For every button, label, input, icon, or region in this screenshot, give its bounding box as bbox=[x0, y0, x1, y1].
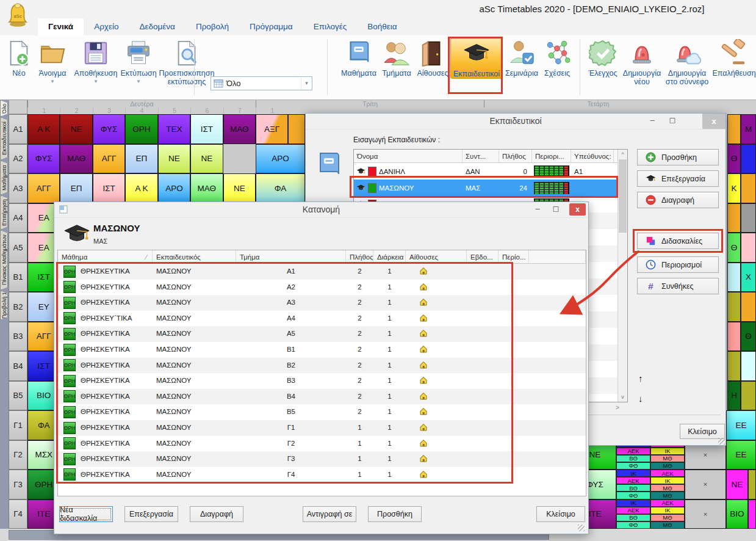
class-row-header-A4[interactable]: A4 bbox=[9, 203, 27, 233]
maximize-icon[interactable]: ◻ bbox=[547, 202, 565, 217]
timetable-cell[interactable]: ΑΡΟ bbox=[256, 144, 305, 174]
menu-item-6[interactable]: Βοήθεια bbox=[357, 18, 407, 35]
class-row-header-B3[interactable]: B3 bbox=[9, 322, 27, 352]
timetable-cell[interactable]: ΑΡΟ bbox=[158, 173, 190, 203]
timetable-cell[interactable] bbox=[727, 322, 741, 352]
lesson-row[interactable]: ΘΡΗΘΡΗΣΚΕΥΤΙΚΑΜΑΣΩΝΟΥB421 bbox=[58, 389, 586, 405]
minimize-icon[interactable]: – bbox=[528, 202, 547, 217]
lessons-column-header-4[interactable]: Διάρκεια bbox=[373, 250, 406, 264]
timetable-subcell[interactable]: ΜΘ bbox=[650, 514, 685, 521]
teachers-column-header-0[interactable]: Όνομα bbox=[354, 150, 463, 163]
timetable-subcell[interactable]: ΑΕΚ bbox=[650, 470, 685, 477]
scrollbar-thumb[interactable] bbox=[619, 159, 627, 233]
timetable-cell[interactable]: ΕΕ bbox=[726, 410, 756, 440]
lesson-row[interactable]: ΘΡΗΘΡΗΣΚΕΥΤΙΚΑΜΑΣΩΝΟΥB121 bbox=[58, 342, 586, 358]
close-icon[interactable]: x bbox=[569, 203, 586, 216]
timetable-cell[interactable]: ΙΣΤ bbox=[190, 114, 223, 144]
toolbar-button-generate-1[interactable]: Δημιουργία νέου bbox=[621, 38, 663, 87]
timetable-cell[interactable]: Μ bbox=[741, 114, 756, 144]
lesson-row[interactable]: ΘΡΗΘΡΗΣΚΕΥΤΙΚΑΜΑΣΩΝΟΥB521 bbox=[58, 404, 586, 420]
lessons-footer-1-button[interactable]: Επεξεργασία bbox=[124, 506, 178, 522]
teacher-action-5-button[interactable]: #Συνθήκες bbox=[637, 278, 719, 294]
timetable-cell[interactable]: ΒΙΟ bbox=[726, 499, 748, 529]
timetable-subcell[interactable]: ΑΕΚ bbox=[616, 477, 650, 484]
timetable-cell[interactable]: ΝΕ bbox=[223, 173, 256, 203]
class-row-header-Γ1[interactable]: Γ1 bbox=[9, 410, 27, 440]
lesson-row[interactable]: ΘΡΗΘΡΗΣΚΕΥΤΙΚΑΜΑΣΩΝΟΥΓ211 bbox=[58, 436, 586, 452]
timetable-cell[interactable] bbox=[741, 173, 756, 203]
lessons-footer-4-button[interactable]: Προσθήκη bbox=[368, 506, 422, 522]
view-tab-4[interactable]: Πίνακας Μαθημάτων bbox=[0, 230, 8, 290]
timetable-subcell[interactable]: ΑΕΚ bbox=[616, 448, 650, 455]
teacher-action-0-button[interactable]: Προσθήκη bbox=[637, 149, 719, 165]
timetable-cell[interactable]: Θ bbox=[741, 322, 756, 352]
teachers-column-header-3[interactable]: Περιορι... bbox=[532, 150, 571, 163]
view-tab-0[interactable]: Όλο bbox=[0, 100, 8, 117]
view-tab-5[interactable]: Προβολή 1 bbox=[0, 291, 8, 320]
timetable-cell[interactable] bbox=[741, 351, 756, 381]
class-row-header-Γ3[interactable]: Γ3 bbox=[9, 470, 27, 499]
scroll-up-icon[interactable]: ^ bbox=[618, 150, 627, 159]
timetable-subcell[interactable]: ΜΘ bbox=[650, 455, 685, 462]
class-row-header-A1[interactable]: A1 bbox=[9, 114, 27, 144]
toolbar-button-data-5[interactable]: Σχέσεις bbox=[541, 38, 574, 78]
teacher-row[interactable]: ΜΑΣΩΝΟΥΜΑΣ24 bbox=[354, 180, 619, 196]
teacher-action-4-button[interactable]: Περιορισμοί bbox=[637, 256, 719, 273]
timetable-cell[interactable]: Α Κ bbox=[125, 173, 157, 203]
maximize-icon[interactable]: ◻ bbox=[663, 114, 682, 128]
teachers-column-header-4[interactable]: Υπεύθυνος: bbox=[571, 150, 614, 163]
toolbar-button-data-4[interactable]: Σεμινάρια bbox=[503, 38, 541, 78]
timetable-cell[interactable] bbox=[727, 263, 741, 292]
timetable-cell[interactable]: × bbox=[685, 499, 726, 529]
timetable-cell[interactable] bbox=[741, 292, 756, 322]
teachers-table-scrollbar[interactable]: ^v bbox=[617, 150, 627, 402]
timetable-cell[interactable] bbox=[727, 114, 741, 144]
class-row-header-B1[interactable]: B1 bbox=[9, 263, 27, 292]
lessons-footer-5-button[interactable]: Κλείσιμο bbox=[536, 506, 585, 522]
timetable-cell[interactable]: ΜΑΘ bbox=[190, 173, 223, 203]
timetable-cell[interactable]: ΑΓΓ bbox=[27, 173, 60, 203]
lesson-row[interactable]: ΘΡΗΘΡΗΣΚΕΥΤΙΚΑΜΑΣΩΝΟΥA221 bbox=[58, 280, 586, 296]
lessons-column-header-2[interactable]: Τμήμα bbox=[236, 250, 346, 264]
timetable-cell[interactable]: ΜΑΘ bbox=[223, 114, 256, 144]
lesson-row[interactable]: ΘΡΗΘΡΗΣΚΕΥΤΙΚΑΜΑΣΩΝΟΥΓ311 bbox=[58, 451, 586, 467]
lesson-row[interactable]: ΘΡΗΘΡΗΣΚΕΥΤΙΚΑΜΑΣΩΝΟΥA121 bbox=[58, 264, 586, 280]
timetable-subcell[interactable]: ΜΘ bbox=[650, 462, 685, 470]
toolbar-button-generate-0[interactable]: Έλεγχος bbox=[585, 38, 621, 78]
toolbar-button-data-1[interactable]: Τμήματα bbox=[378, 38, 415, 78]
class-row-header-A3[interactable]: A3 bbox=[9, 173, 27, 203]
teacher-action-1-button[interactable]: Επεξεργασία bbox=[637, 170, 719, 187]
menu-item-3[interactable]: Προβολή bbox=[185, 18, 239, 35]
timetable-subcell[interactable]: ΜΘ bbox=[650, 492, 685, 499]
lessons-column-header-6[interactable]: Εβδο... bbox=[467, 250, 499, 264]
timetable-cell[interactable] bbox=[741, 203, 756, 233]
timetable-cell[interactable]: ΙΣΤ bbox=[93, 173, 125, 203]
timetable-subcell[interactable]: ΦΘ bbox=[616, 462, 650, 470]
class-row-header-B4[interactable]: B4 bbox=[9, 351, 27, 381]
view-tab-1[interactable]: Εκπαιδευτικοί bbox=[0, 117, 8, 160]
lesson-row[interactable]: ΘΡΗΘΡΗΣΚΕΥΤΙΚΑΜΑΣΩΝΟΥB221 bbox=[58, 358, 586, 374]
timetable-cell[interactable] bbox=[748, 470, 756, 499]
view-tab-2[interactable]: Μαθήματα bbox=[0, 161, 8, 195]
timetable-cell[interactable]: ΝΕ bbox=[158, 144, 190, 174]
lesson-row[interactable]: ΘΡΗΘΡΗΣΚΕΥΤΙΚΑΜΑΣΩΝΟΥA521 bbox=[58, 326, 586, 342]
scroll-down-icon[interactable]: v bbox=[618, 392, 627, 402]
lessons-column-header-7[interactable]: Περίο... bbox=[499, 250, 529, 264]
toolbar-button-data-2[interactable]: Αίθουσες bbox=[415, 38, 450, 78]
timetable-subcell[interactable]: ΒΘ bbox=[616, 484, 650, 492]
timetable-cell[interactable]: ΘΡΗ bbox=[125, 114, 157, 144]
teacher-action-3-button[interactable]: Διδασκαλίες bbox=[637, 233, 719, 249]
timetable-cell[interactable]: ΑΓΓ bbox=[93, 144, 125, 174]
toolbar-button-file-4[interactable]: Προεπισκόπηση εκτύπωσης bbox=[157, 38, 216, 87]
class-row-header-A2[interactable]: A2 bbox=[9, 144, 27, 174]
class-row-header-B2[interactable]: B2 bbox=[9, 292, 27, 322]
timetable-cell[interactable]: ΝΕ bbox=[60, 114, 92, 144]
toolbar-button-data-3[interactable]: Εκπαιδευτικοί bbox=[450, 38, 503, 79]
timetable-subcell[interactable]: ΦΘ bbox=[616, 521, 650, 529]
lesson-row[interactable]: ΘΡΗΘΡΗΣΚΕΥ΄ΤΙΚΑΜΑΣΩΝΟΥA421 bbox=[58, 311, 586, 327]
class-row-header-B5[interactable]: B5 bbox=[9, 381, 27, 411]
lessons-column-header-1[interactable]: Εκπαιδευτικός bbox=[153, 250, 236, 264]
lessons-footer-2-button[interactable]: Διαγραφή bbox=[190, 506, 243, 522]
toolbar-button-file-1[interactable]: Άνοιγμα▼ bbox=[33, 38, 72, 84]
resize-grip[interactable] bbox=[578, 525, 585, 531]
